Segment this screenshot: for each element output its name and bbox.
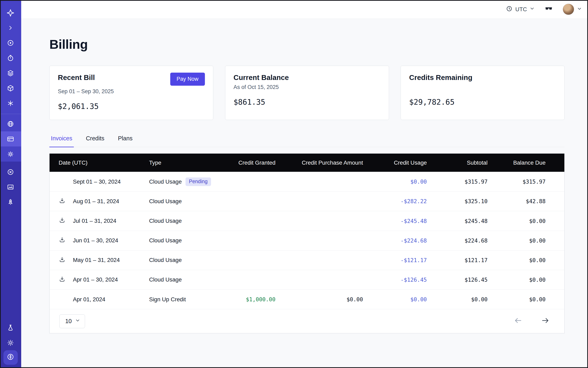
tab-credits[interactable]: Credits [84, 133, 106, 147]
sidebar-item-labs[interactable] [0, 320, 21, 335]
invoice-type: Cloud Usage [144, 276, 230, 283]
credit-usage: -$245.48 [368, 218, 432, 224]
invoice-type: Cloud Usage [149, 178, 182, 185]
credit-purchase: $0.00 [281, 296, 368, 303]
sidebar-item-cube[interactable] [0, 81, 21, 96]
arrow-right-icon [541, 316, 550, 326]
balance-due: $0.00 [493, 257, 564, 263]
invoice-type: Cloud Usage [144, 257, 230, 263]
logo-sparkle-icon [6, 9, 15, 17]
layers-icon [7, 69, 14, 77]
card-amount: $2,061.35 [58, 102, 205, 111]
credit-usage: $0.00 [368, 296, 432, 303]
goggles-button[interactable] [544, 4, 553, 14]
recent-bill-card: Recent Bill Pay Now Sep 01 – Sep 30, 202… [49, 66, 213, 120]
download-invoice-button[interactable] [59, 276, 65, 284]
sidebar-item-radar[interactable] [0, 36, 21, 51]
credit-usage: -$126.45 [368, 277, 432, 283]
invoice-type: Cloud Usage [144, 218, 230, 224]
download-invoice-button[interactable] [59, 236, 65, 244]
sidebar-item-layers[interactable] [0, 66, 21, 81]
col-header-subtotal: Subtotal [432, 159, 493, 166]
previous-page-button[interactable] [513, 316, 523, 327]
card-title: Credits Remaining [409, 74, 472, 82]
user-menu[interactable] [563, 4, 582, 15]
sidebar-item-theme[interactable] [0, 335, 21, 350]
asterisk-icon [7, 100, 14, 107]
subtotal: $0.00 [432, 296, 493, 303]
card-subtitle [409, 84, 556, 92]
circle-x-icon [7, 168, 14, 176]
table-row: Sept 01 – 30, 2024 Cloud UsagePending $0… [50, 172, 564, 191]
main-column: UTC Billing Recent Bill Pay Now Sep 01 –… [21, 0, 588, 368]
tab-plans[interactable]: Plans [117, 133, 134, 147]
billing-page: Billing Recent Bill Pay Now Sep 01 – Sep… [21, 19, 588, 368]
sidebar-item-support[interactable] [0, 165, 21, 180]
sidebar-item-asterisk[interactable] [0, 96, 21, 111]
gear-icon [7, 150, 14, 158]
chevron-down-icon [577, 6, 582, 13]
card-amount: $29,782.65 [409, 98, 556, 107]
sidebar-item-billing-shortcut[interactable] [3, 350, 18, 365]
table-row: Aug 01 – 31, 2024 Cloud Usage -$282.22 $… [50, 191, 564, 211]
card-subtitle: Sep 01 – Sep 30, 2025 [58, 88, 205, 96]
invoice-date: Apr 01, 2024 [73, 296, 105, 303]
next-page-button[interactable] [540, 316, 550, 327]
subtotal: $224.68 [432, 238, 493, 244]
col-header-credit-purchase: Credit Purchase Amount [281, 159, 368, 166]
billing-tabs: Invoices Credits Plans [49, 133, 565, 147]
invoice-date: May 01 – 31, 2024 [73, 257, 120, 263]
invoice-type: Sign Up Credit [144, 296, 230, 303]
current-balance-card: Current Balance As of Oct 15, 2025 $861.… [225, 66, 389, 120]
download-icon [59, 256, 65, 264]
sidebar-item-images[interactable] [0, 180, 21, 195]
topbar: UTC [21, 0, 588, 19]
credit-usage: $0.00 [368, 178, 432, 185]
balance-due: $42.88 [493, 198, 564, 204]
flask-icon [7, 324, 14, 331]
invoice-date: Apr 01 – 30, 2024 [73, 276, 118, 283]
credit-usage: -$224.68 [368, 238, 432, 244]
cube-icon [7, 84, 14, 92]
timezone-selector[interactable]: UTC [506, 5, 535, 13]
sidebar-item-stopwatch[interactable] [0, 51, 21, 66]
table-footer: 10 [50, 309, 564, 333]
invoice-type: Cloud Usage [144, 237, 230, 244]
download-invoice-button[interactable] [59, 217, 65, 225]
col-header-type: Type [144, 159, 230, 166]
pagination [513, 316, 550, 327]
chevron-down-icon [529, 6, 535, 13]
sidebar-item-settings[interactable] [0, 147, 21, 162]
col-header-credit-usage: Credit Usage [368, 159, 432, 166]
subtotal: $315.97 [432, 178, 493, 185]
balance-due: $0.00 [493, 296, 564, 303]
table-row: Jun 01 – 30, 2024 Cloud Usage -$224.68 $… [50, 231, 564, 250]
invoice-date: Jul 01 – 31, 2024 [73, 218, 117, 224]
sidebar-item-expand[interactable] [0, 20, 21, 36]
sidebar-item-launch[interactable] [0, 195, 21, 210]
balance-due: $0.00 [493, 277, 564, 283]
card-title: Recent Bill [58, 74, 95, 82]
credit-usage: -$282.22 [368, 198, 432, 204]
radar-icon [7, 39, 14, 47]
sidebar-item-billing[interactable] [0, 131, 21, 147]
sidebar [0, 0, 21, 368]
sidebar-logo[interactable] [0, 5, 21, 20]
stopwatch-icon [7, 54, 14, 62]
download-invoice-button[interactable] [59, 256, 65, 264]
pay-now-button[interactable]: Pay Now [170, 73, 205, 86]
subtotal: $325.10 [432, 198, 493, 204]
page-title: Billing [49, 37, 565, 52]
invoices-table: Date (UTC) Type Credit Granted Credit Pu… [49, 153, 565, 333]
balance-due: $315.97 [493, 178, 564, 185]
chevron-right-icon [7, 25, 14, 31]
page-size-select[interactable]: 10 [59, 314, 85, 328]
subtotal: $245.48 [432, 218, 493, 224]
download-icon [59, 276, 65, 284]
table-header-row: Date (UTC) Type Credit Granted Credit Pu… [50, 154, 564, 172]
download-invoice-button[interactable] [59, 197, 65, 205]
tab-invoices[interactable]: Invoices [49, 133, 74, 147]
balance-due: $0.00 [493, 218, 564, 224]
sidebar-item-globe[interactable] [0, 116, 21, 131]
download-icon [59, 236, 65, 244]
